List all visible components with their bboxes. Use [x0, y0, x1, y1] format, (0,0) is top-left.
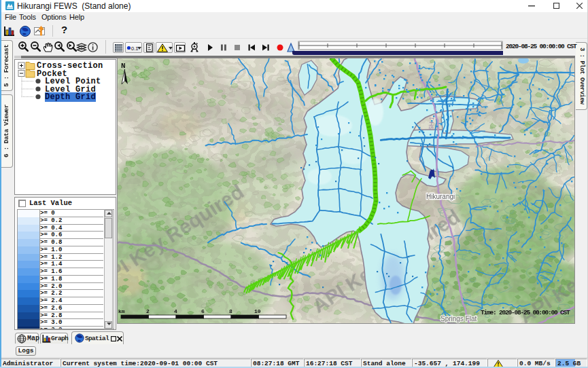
svg-text:2: 2	[146, 308, 150, 314]
svg-text:Hikurangi: Hikurangi	[426, 193, 455, 200]
svg-text:Time: 2020-08-25 00:00:00 CST: Time: 2020-08-25 00:00:00 CST	[481, 309, 570, 316]
svg-text:8: 8	[229, 308, 232, 314]
svg-text:4: 4	[174, 308, 177, 314]
svg-text:km: km	[118, 308, 125, 314]
svg-text:10: 10	[254, 308, 261, 314]
svg-text:6: 6	[201, 308, 205, 314]
svg-text:N: N	[121, 62, 126, 70]
svg-text:Springs Flat: Springs Flat	[440, 315, 477, 323]
svg-text:SH 1: SH 1	[428, 116, 435, 130]
